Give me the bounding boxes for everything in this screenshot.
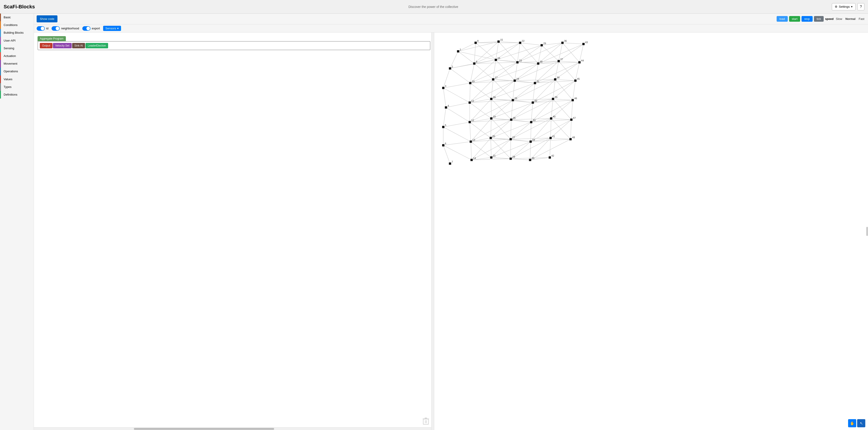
velocity-set-block[interactable]: Velocity Set [53,43,72,48]
svg-text:43: 43 [585,41,588,44]
svg-text:17: 17 [495,76,498,79]
sidebar: Basic Conditions Building Blocks User-AP… [0,13,34,430]
app-tagline: Discover the power of the collective [408,5,458,8]
svg-rect-279 [574,79,577,82]
toggle-row: id neighborhood export Sensors ▾ [34,24,868,33]
svg-line-103 [520,43,538,64]
svg-text:8: 8 [477,39,478,42]
chevron-down-icon: ▾ [117,27,119,30]
svg-rect-0 [423,419,429,424]
sensors-button[interactable]: Sensors ▾ [103,26,121,31]
svg-rect-3 [423,419,429,419]
output-block[interactable]: Output [40,43,53,48]
pan-tool-button[interactable]: ✋ [848,419,856,427]
sidebar-item-sensing[interactable]: Sensing [0,44,34,52]
svg-line-23 [443,145,450,164]
svg-line-121 [512,120,531,122]
svg-line-10 [443,68,450,88]
settings-button[interactable]: ⚙ Settings ▾ [832,3,856,10]
svg-line-156 [530,142,531,160]
sidebar-item-definitions[interactable]: Definitions [0,91,34,99]
svg-rect-205 [474,41,477,44]
speed-label: speed [825,17,834,21]
svg-rect-2 [426,420,427,423]
sink-at-block[interactable]: Sink At [72,43,85,48]
svg-line-5 [450,51,458,68]
help-button[interactable]: ? [857,3,864,10]
leader-election-block[interactable]: LeaderElection [86,43,108,48]
svg-line-14 [443,88,446,107]
svg-text:22: 22 [522,39,524,42]
show-code-button[interactable]: Show code [37,15,57,22]
svg-line-25 [443,145,471,160]
svg-rect-277 [578,61,581,64]
sidebar-item-basic[interactable]: Basic [0,13,34,21]
svg-rect-225 [490,98,492,100]
svg-line-27 [475,41,498,43]
svg-rect-209 [469,82,471,84]
sidebar-item-user-api[interactable]: User-API [0,37,34,44]
svg-text:34: 34 [532,138,535,141]
svg-rect-197 [445,106,447,109]
svg-rect-283 [570,119,572,121]
id-toggle[interactable] [37,26,45,31]
svg-text:32: 32 [534,99,537,102]
svg-rect-261 [561,41,564,44]
scrollbar-thumb [134,428,274,430]
speed-slow[interactable]: Slow [835,17,843,21]
sidebar-item-operations[interactable]: Operations [0,68,34,75]
svg-line-185 [551,138,570,139]
svg-text:7: 7 [452,160,453,163]
svg-rect-271 [550,137,552,139]
resize-handle[interactable] [866,227,868,236]
svg-line-54 [471,142,472,160]
svg-rect-233 [519,41,521,44]
svg-rect-223 [492,78,494,80]
select-tool-button[interactable]: ↖ [857,419,865,427]
svg-rect-235 [516,61,519,64]
start-button[interactable]: start [789,16,800,22]
svg-text:6: 6 [445,142,446,145]
svg-line-24 [443,142,471,145]
sidebar-item-values[interactable]: Values [0,75,34,83]
sidebar-item-actuation[interactable]: Actuation [0,52,34,60]
svg-text:11: 11 [471,99,474,102]
svg-rect-207 [473,62,475,65]
svg-text:12: 12 [471,119,474,122]
horizontal-scrollbar[interactable] [34,427,434,430]
svg-text:27: 27 [512,136,515,139]
svg-line-65 [499,41,520,43]
sidebar-item-building-blocks[interactable]: Building Blocks [0,29,34,37]
blocks-row: Output Velocity Set Sink At LeaderElecti… [37,41,430,50]
svg-rect-263 [558,60,560,62]
svg-text:25: 25 [515,97,517,100]
sidebar-item-conditions[interactable]: Conditions [0,21,34,29]
block-editor: Aggregate Program Output Velocity Set Si… [34,33,434,430]
svg-line-177 [553,99,573,100]
svg-rect-215 [470,140,472,143]
stop-button[interactable]: stop [802,16,813,22]
aggregate-program-container: Aggregate Program Output Velocity Set Si… [34,33,434,54]
speed-fast[interactable]: Fast [858,17,865,21]
svg-text:29: 29 [543,42,546,45]
svg-rect-195 [442,87,444,89]
export-toggle[interactable] [82,26,90,31]
sidebar-item-types[interactable]: Types [0,83,34,91]
svg-rect-221 [495,59,497,61]
load-button[interactable]: load [777,16,788,22]
svg-line-22 [443,127,471,142]
main-layout: Basic Conditions Building Blocks User-AP… [0,13,868,430]
sidebar-item-movement[interactable]: Movement [0,60,34,68]
svg-line-169 [559,61,580,62]
simulation-canvas: 1234567891011121314151617181920212223242… [434,33,868,430]
tick-button[interactable]: tick [814,16,824,22]
svg-text:3: 3 [445,85,446,88]
svg-line-15 [443,83,470,88]
neighborhood-toggle[interactable] [52,26,60,31]
vertical-scrollbar[interactable] [431,33,434,430]
svg-line-144 [535,62,580,83]
svg-rect-219 [498,40,500,43]
svg-text:4: 4 [447,104,449,107]
speed-normal[interactable]: Normal [844,17,857,21]
svg-rect-265 [554,78,556,80]
